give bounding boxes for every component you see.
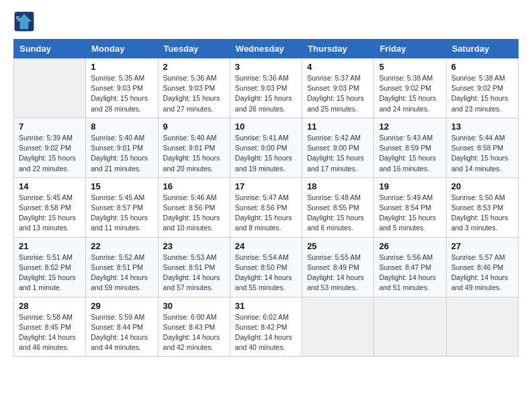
calendar-cell: 8Sunrise: 5:40 AMSunset: 9:01 PMDaylight…: [86, 118, 158, 177]
day-info: Sunrise: 5:42 AMSunset: 9:00 PMDaylight:…: [307, 133, 369, 174]
calendar-cell: [446, 297, 518, 357]
calendar-cell: [302, 297, 374, 357]
day-number: 31: [235, 301, 297, 311]
day-number: 1: [91, 62, 152, 72]
calendar-week-row: 21Sunrise: 5:51 AMSunset: 8:52 PMDayligh…: [14, 237, 519, 297]
calendar-header-row: SundayMondayTuesdayWednesdayThursdayFrid…: [14, 40, 519, 58]
day-number: 21: [19, 241, 81, 251]
calendar-cell: 5Sunrise: 5:38 AMSunset: 9:02 PMDaylight…: [374, 58, 446, 118]
calendar-cell: 17Sunrise: 5:47 AMSunset: 8:56 PMDayligh…: [230, 177, 302, 237]
day-info: Sunrise: 5:43 AMSunset: 8:59 PMDaylight:…: [379, 133, 441, 174]
calendar-cell: 7Sunrise: 5:39 AMSunset: 9:02 PMDaylight…: [14, 118, 86, 177]
calendar-cell: 1Sunrise: 5:35 AMSunset: 9:03 PMDaylight…: [86, 58, 158, 118]
weekday-header: Monday: [86, 40, 158, 58]
calendar-cell: 19Sunrise: 5:49 AMSunset: 8:54 PMDayligh…: [374, 177, 446, 237]
day-number: 28: [19, 301, 81, 311]
weekday-header: Saturday: [446, 40, 518, 58]
calendar-cell: 10Sunrise: 5:41 AMSunset: 9:00 PMDayligh…: [230, 118, 302, 177]
day-info: Sunrise: 5:36 AMSunset: 9:03 PMDaylight:…: [235, 73, 297, 114]
day-number: 11: [307, 122, 369, 132]
weekday-header: Tuesday: [158, 40, 230, 58]
logo-icon: G: [13, 11, 35, 32]
day-info: Sunrise: 5:45 AMSunset: 8:58 PMDaylight:…: [19, 193, 81, 234]
day-info: Sunrise: 5:38 AMSunset: 9:02 PMDaylight:…: [379, 73, 441, 114]
day-number: 14: [19, 181, 81, 191]
day-number: 24: [235, 241, 297, 251]
day-info: Sunrise: 5:47 AMSunset: 8:56 PMDaylight:…: [235, 193, 297, 234]
day-number: 13: [451, 122, 513, 132]
day-number: 9: [163, 122, 225, 132]
day-number: 29: [91, 301, 152, 311]
header: G: [13, 11, 519, 32]
day-number: 6: [451, 62, 513, 72]
calendar-week-row: 14Sunrise: 5:45 AMSunset: 8:58 PMDayligh…: [14, 177, 519, 237]
day-number: 26: [379, 241, 441, 251]
calendar-cell: 29Sunrise: 5:59 AMSunset: 8:44 PMDayligh…: [86, 297, 158, 357]
day-info: Sunrise: 5:44 AMSunset: 8:58 PMDaylight:…: [451, 133, 513, 174]
calendar-cell: 26Sunrise: 5:56 AMSunset: 8:47 PMDayligh…: [374, 237, 446, 297]
weekday-header: Sunday: [14, 40, 86, 58]
calendar-cell: 30Sunrise: 6:00 AMSunset: 8:43 PMDayligh…: [158, 297, 230, 357]
calendar-cell: 31Sunrise: 6:02 AMSunset: 8:42 PMDayligh…: [230, 297, 302, 357]
calendar-cell: 2Sunrise: 5:36 AMSunset: 9:03 PMDaylight…: [158, 58, 230, 118]
day-info: Sunrise: 6:00 AMSunset: 8:43 PMDaylight:…: [163, 312, 225, 353]
day-number: 8: [91, 122, 152, 132]
svg-text:G: G: [16, 15, 19, 20]
day-number: 30: [163, 301, 225, 311]
day-number: 3: [235, 62, 297, 72]
calendar-cell: 13Sunrise: 5:44 AMSunset: 8:58 PMDayligh…: [446, 118, 518, 177]
day-info: Sunrise: 5:52 AMSunset: 8:51 PMDaylight:…: [91, 253, 152, 293]
day-number: 4: [307, 62, 369, 72]
logo: G: [13, 11, 38, 32]
calendar-cell: 18Sunrise: 5:48 AMSunset: 8:55 PMDayligh…: [302, 177, 374, 237]
calendar: SundayMondayTuesdayWednesdayThursdayFrid…: [13, 39, 519, 357]
calendar-week-row: 7Sunrise: 5:39 AMSunset: 9:02 PMDaylight…: [14, 118, 519, 177]
calendar-cell: 25Sunrise: 5:55 AMSunset: 8:49 PMDayligh…: [302, 237, 374, 297]
day-info: Sunrise: 5:51 AMSunset: 8:52 PMDaylight:…: [19, 253, 81, 293]
calendar-cell: 28Sunrise: 5:58 AMSunset: 8:45 PMDayligh…: [14, 297, 86, 357]
day-info: Sunrise: 5:56 AMSunset: 8:47 PMDaylight:…: [379, 253, 441, 293]
day-info: Sunrise: 5:58 AMSunset: 8:45 PMDaylight:…: [19, 312, 81, 353]
day-number: 15: [91, 181, 152, 191]
calendar-week-row: 1Sunrise: 5:35 AMSunset: 9:03 PMDaylight…: [14, 58, 519, 118]
day-info: Sunrise: 5:40 AMSunset: 9:01 PMDaylight:…: [163, 133, 225, 174]
day-info: Sunrise: 5:49 AMSunset: 8:54 PMDaylight:…: [379, 193, 441, 234]
calendar-cell: 22Sunrise: 5:52 AMSunset: 8:51 PMDayligh…: [86, 237, 158, 297]
day-info: Sunrise: 5:36 AMSunset: 9:03 PMDaylight:…: [163, 73, 225, 114]
calendar-cell: [374, 297, 446, 357]
day-number: 20: [451, 181, 513, 191]
day-number: 27: [451, 241, 513, 251]
day-number: 23: [163, 241, 225, 251]
calendar-cell: 27Sunrise: 5:57 AMSunset: 8:46 PMDayligh…: [446, 237, 518, 297]
day-number: 5: [379, 62, 441, 72]
day-info: Sunrise: 5:55 AMSunset: 8:49 PMDaylight:…: [307, 253, 369, 293]
day-number: 12: [379, 122, 441, 132]
calendar-cell: 16Sunrise: 5:46 AMSunset: 8:56 PMDayligh…: [158, 177, 230, 237]
day-info: Sunrise: 5:54 AMSunset: 8:50 PMDaylight:…: [235, 253, 297, 293]
calendar-cell: 6Sunrise: 5:38 AMSunset: 9:02 PMDaylight…: [446, 58, 518, 118]
day-info: Sunrise: 5:46 AMSunset: 8:56 PMDaylight:…: [163, 193, 225, 234]
day-number: 17: [235, 181, 297, 191]
day-info: Sunrise: 5:39 AMSunset: 9:02 PMDaylight:…: [19, 133, 81, 174]
day-info: Sunrise: 5:35 AMSunset: 9:03 PMDaylight:…: [91, 73, 152, 114]
calendar-cell: 24Sunrise: 5:54 AMSunset: 8:50 PMDayligh…: [230, 237, 302, 297]
calendar-cell: 23Sunrise: 5:53 AMSunset: 8:51 PMDayligh…: [158, 237, 230, 297]
day-number: 25: [307, 241, 369, 251]
day-info: Sunrise: 5:41 AMSunset: 9:00 PMDaylight:…: [235, 133, 297, 174]
calendar-cell: 3Sunrise: 5:36 AMSunset: 9:03 PMDaylight…: [230, 58, 302, 118]
day-info: Sunrise: 5:57 AMSunset: 8:46 PMDaylight:…: [451, 253, 513, 293]
day-number: 19: [379, 181, 441, 191]
calendar-week-row: 28Sunrise: 5:58 AMSunset: 8:45 PMDayligh…: [14, 297, 519, 357]
day-info: Sunrise: 5:53 AMSunset: 8:51 PMDaylight:…: [163, 253, 225, 293]
day-info: Sunrise: 5:40 AMSunset: 9:01 PMDaylight:…: [91, 133, 152, 174]
calendar-cell: 12Sunrise: 5:43 AMSunset: 8:59 PMDayligh…: [374, 118, 446, 177]
calendar-cell: 9Sunrise: 5:40 AMSunset: 9:01 PMDaylight…: [158, 118, 230, 177]
day-info: Sunrise: 5:37 AMSunset: 9:03 PMDaylight:…: [307, 73, 369, 114]
page: G SundayMondayTuesdayWednesdayThursdayFr…: [0, 0, 532, 411]
calendar-cell: 20Sunrise: 5:50 AMSunset: 8:53 PMDayligh…: [446, 177, 518, 237]
calendar-cell: 15Sunrise: 5:45 AMSunset: 8:57 PMDayligh…: [86, 177, 158, 237]
day-number: 22: [91, 241, 152, 251]
calendar-cell: 4Sunrise: 5:37 AMSunset: 9:03 PMDaylight…: [302, 58, 374, 118]
day-info: Sunrise: 6:02 AMSunset: 8:42 PMDaylight:…: [235, 312, 297, 353]
day-info: Sunrise: 5:48 AMSunset: 8:55 PMDaylight:…: [307, 193, 369, 234]
